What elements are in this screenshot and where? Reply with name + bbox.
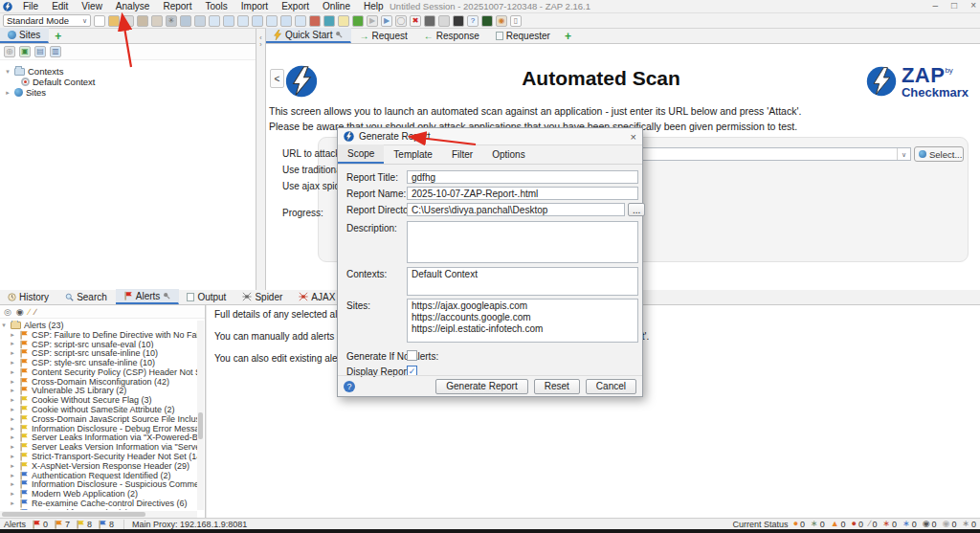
scrollbar-thumb[interactable] [198, 412, 203, 439]
maximize-button[interactable]: □ [951, 0, 957, 11]
alert-item[interactable]: ▸ CSP: style-src unsafe-inline (10) [0, 358, 197, 367]
expand-icon[interactable]: ▸ [9, 331, 16, 339]
alert-item[interactable]: ▸ CSP: script-src unsafe-inline (10) [0, 348, 197, 358]
expand-icon[interactable]: ▸ [9, 443, 16, 451]
expand-icon[interactable]: ▸ [9, 480, 16, 488]
add-tab-button[interactable]: + [49, 30, 67, 43]
collapse-right-icon[interactable]: › [256, 41, 265, 48]
tab-search[interactable]: Search [57, 289, 116, 304]
alert-item[interactable]: ▸ Cross-Domain JavaScript Source File In… [0, 414, 197, 424]
alert-item[interactable]: ▸ Cookie without SameSite Attribute (2) [0, 405, 197, 414]
layout-tabs-4-icon[interactable] [295, 15, 306, 27]
console-icon[interactable] [453, 15, 464, 27]
mobile-icon[interactable]: ▯ [510, 15, 522, 27]
pin-icon[interactable] [163, 292, 170, 300]
alert-item[interactable]: ▸ Cross-Domain Misconfiguration (42) [0, 377, 197, 387]
dialog-title-bar[interactable]: Generate Report × [338, 128, 642, 145]
stop-icon[interactable]: ◯ [395, 15, 407, 27]
menu-import[interactable]: Import [234, 1, 275, 11]
layout-tabs-3-icon[interactable] [280, 15, 292, 27]
dialog-close-button[interactable]: × [631, 131, 636, 143]
chevron-down-icon[interactable]: ∨ [897, 148, 910, 160]
help-icon[interactable]: ? [467, 15, 479, 27]
tree-node-contexts[interactable]: ▾ Contexts [4, 66, 256, 77]
alert-item[interactable]: ▸ CSP: script-src unsafe-eval (10) [0, 340, 197, 349]
tab-request[interactable]: → Request [351, 28, 415, 43]
collapse-icon[interactable]: ▾ [0, 322, 8, 329]
tab-spider[interactable]: Spider [234, 289, 291, 304]
alert-item[interactable]: ▸ CSP: Failure to Define Directive with … [0, 330, 197, 340]
help-icon[interactable]: ? [344, 381, 355, 392]
alert-item[interactable]: ▸ X-AspNet-Version Response Header (29) [0, 461, 197, 471]
open-session-icon[interactable] [108, 15, 120, 27]
expand-icon[interactable]: ▸ [9, 472, 16, 479]
expand-icon[interactable]: ▸ [9, 490, 16, 498]
alert-item[interactable]: ▸ Information Disclosure - Debug Error M… [0, 424, 197, 433]
layout-tabs-2-icon[interactable] [266, 15, 278, 27]
report-title-input[interactable]: gdfhg [407, 170, 638, 184]
sites-list[interactable]: https://ajax.googleapis.comhttps://accou… [407, 299, 638, 343]
expand-icon[interactable]: ▸ [4, 89, 11, 97]
tab-alerts[interactable]: Alerts [116, 289, 180, 304]
save-session-icon[interactable] [122, 15, 134, 27]
new-context-icon[interactable]: ▣ [19, 46, 31, 57]
brush-icon[interactable]: ∕ [34, 308, 36, 317]
green-ball-icon[interactable] [352, 15, 364, 27]
menu-help[interactable]: Help [357, 1, 390, 11]
alert-item[interactable]: ▸ Modern Web Application (2) [0, 489, 197, 499]
alert-item[interactable]: ▸ Retrieved from Cache (6) [0, 508, 197, 510]
expand-icon[interactable]: ▸ [9, 349, 16, 357]
tab-response[interactable]: ← Response [416, 28, 488, 43]
expand-icon[interactable]: ▸ [9, 433, 16, 441]
contexts-list[interactable]: Default Context [407, 267, 638, 296]
expand-icon[interactable]: ▸ [9, 462, 16, 470]
panel-splitter[interactable]: ‹ › [256, 29, 266, 290]
dialog-tab-filter[interactable]: Filter [442, 144, 482, 164]
expand-icon[interactable]: ▸ [9, 509, 16, 510]
collapse-left-icon[interactable]: ‹ [256, 34, 265, 41]
expand-icon[interactable]: ▸ [9, 368, 16, 376]
menu-analyse[interactable]: Analyse [109, 1, 157, 11]
pin-icon[interactable] [335, 31, 343, 38]
menu-file[interactable]: File [16, 1, 45, 11]
break-x-icon[interactable]: ✖ [410, 15, 421, 27]
expand-icon[interactable]: ▸ [9, 340, 16, 347]
chrome-icon[interactable]: ◉ [496, 15, 507, 27]
filter-icon[interactable]: ◉ [16, 308, 24, 317]
new-session-icon[interactable] [94, 15, 105, 27]
expand-icon[interactable]: ▸ [9, 453, 16, 460]
export-context-icon[interactable]: ▥ [50, 46, 61, 57]
alert-item[interactable]: ▸ Vulnerable JS Library (2) [0, 387, 197, 396]
persist-session-icon[interactable] [137, 15, 148, 27]
expand-icon[interactable]: ▸ [9, 500, 16, 507]
horizontal-scrollbar[interactable] [0, 511, 197, 518]
expand-icon[interactable]: ▸ [9, 425, 16, 433]
alert-item[interactable]: ▸ Content Security Policy (CSP) Header N… [0, 367, 197, 377]
tab-sites[interactable]: Sites [0, 28, 49, 43]
expand-icon[interactable]: ▸ [9, 415, 16, 423]
play-icon[interactable]: ▶ [381, 15, 392, 27]
close-button[interactable]: × [970, 0, 976, 11]
snapshot-icon[interactable] [151, 15, 163, 27]
lightbulb-icon[interactable] [338, 15, 349, 27]
vertical-scrollbar[interactable] [197, 321, 204, 510]
play-disabled-icon[interactable]: ▶ [367, 15, 378, 27]
manage-addons-icon[interactable] [194, 15, 206, 27]
tags-icon[interactable] [438, 15, 450, 27]
dialog-tab-options[interactable]: Options [482, 144, 534, 164]
tab-history[interactable]: History [0, 289, 57, 304]
report-directory-input[interactable]: C:\Users\divya.panchal\Desktop [407, 203, 625, 216]
alert-item[interactable]: ▸ Server Leaks Information via "X-Powere… [0, 433, 197, 443]
expand-icon[interactable]: ▸ [9, 396, 16, 404]
alert-item[interactable]: ▸ Strict-Transport-Security Header Not S… [0, 452, 197, 461]
import-context-icon[interactable]: ▤ [34, 46, 46, 57]
menu-view[interactable]: View [75, 1, 109, 11]
menu-edit[interactable]: Edit [45, 1, 75, 11]
add-tab-button[interactable]: + [559, 30, 577, 43]
alert-item[interactable]: ▸ Server Leaks Version Information via "… [0, 442, 197, 452]
user-agent-icon[interactable] [323, 15, 335, 27]
menu-online[interactable]: Online [316, 1, 357, 11]
report-name-input[interactable]: 2025-10-07-ZAP-Report-.html [407, 187, 638, 200]
expand-icon[interactable]: ▸ [9, 406, 16, 413]
record-icon[interactable] [424, 15, 435, 27]
